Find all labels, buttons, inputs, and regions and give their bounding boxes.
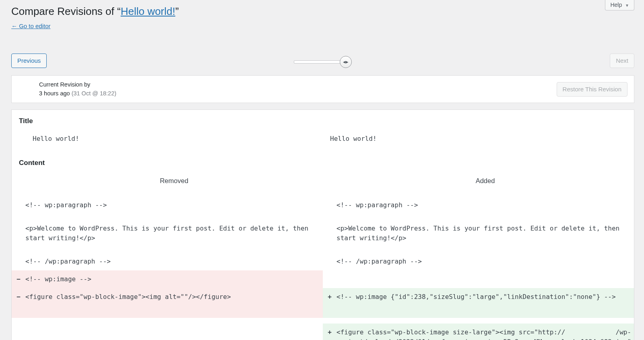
slider-handle[interactable]: ◂▸ bbox=[340, 56, 352, 68]
diff-removed-line: <figure class="wp-block-image"><img alt=… bbox=[25, 292, 323, 302]
diff-container: Title Hello world! Hello world! Content … bbox=[11, 109, 634, 340]
diff-context-right: <p>Welcome to WordPress. This is your fi… bbox=[336, 224, 634, 243]
title-right: Hello world! bbox=[330, 134, 634, 144]
revision-timestamp: (31 Oct @ 18:22) bbox=[72, 90, 116, 97]
diff-context-right: <!-- /wp:paragraph --> bbox=[336, 257, 634, 266]
diff-context-left: <!-- wp:paragraph --> bbox=[25, 200, 323, 210]
added-column-header: Added bbox=[336, 176, 634, 196]
section-heading-title: Title bbox=[12, 117, 634, 125]
page-title-suffix: ” bbox=[175, 5, 179, 17]
help-label: Help bbox=[610, 2, 622, 8]
section-heading-content: Content bbox=[12, 159, 634, 167]
restore-revision-button: Restore This Revision bbox=[557, 82, 627, 97]
diff-added-line: <figure class="wp-block-image size-large… bbox=[336, 328, 634, 340]
post-title-link[interactable]: Hello world! bbox=[121, 5, 175, 17]
next-button: Next bbox=[610, 54, 634, 68]
revision-ago: 3 hours ago bbox=[39, 90, 70, 97]
revision-slider[interactable]: ◂▸ bbox=[294, 56, 352, 68]
help-dropdown[interactable]: Help ▼ bbox=[605, 0, 634, 10]
diff-minus-mark: − bbox=[12, 270, 25, 288]
page-title: Compare Revisions of “Hello world!” bbox=[11, 0, 634, 19]
title-left: Hello world! bbox=[33, 134, 323, 144]
drag-handle-icon: ◂▸ bbox=[343, 59, 349, 65]
content-diff-table: Removed Added <!-- wp:paragraph --> <!--… bbox=[12, 176, 634, 340]
diff-minus-mark: − bbox=[12, 288, 25, 318]
slider-track[interactable] bbox=[294, 60, 341, 64]
diff-context-left: <p>Welcome to WordPress. This is your fi… bbox=[25, 224, 323, 243]
diff-context-right: <!-- wp:paragraph --> bbox=[336, 200, 634, 210]
page-title-prefix: Compare Revisions of “ bbox=[11, 5, 121, 17]
diff-context-left: <!-- /wp:paragraph --> bbox=[25, 257, 323, 266]
revision-author-line: Current Revision by bbox=[39, 80, 116, 89]
title-diff-table: Hello world! Hello world! bbox=[12, 134, 634, 147]
previous-button[interactable]: Previous bbox=[11, 54, 47, 68]
diff-added-line: <!-- wp:image {"id":238,"sizeSlug":"larg… bbox=[336, 292, 634, 302]
go-to-editor-link[interactable]: ← Go to editor bbox=[11, 23, 51, 29]
diff-plus-mark: + bbox=[323, 288, 336, 318]
caret-down-icon: ▼ bbox=[625, 3, 629, 8]
diff-removed-line: <!-- wp:image --> bbox=[25, 274, 323, 284]
revision-meta-bar: Current Revision by 3 hours ago (31 Oct … bbox=[11, 75, 634, 103]
removed-column-header: Removed bbox=[25, 176, 323, 196]
diff-plus-mark: + bbox=[323, 324, 336, 340]
